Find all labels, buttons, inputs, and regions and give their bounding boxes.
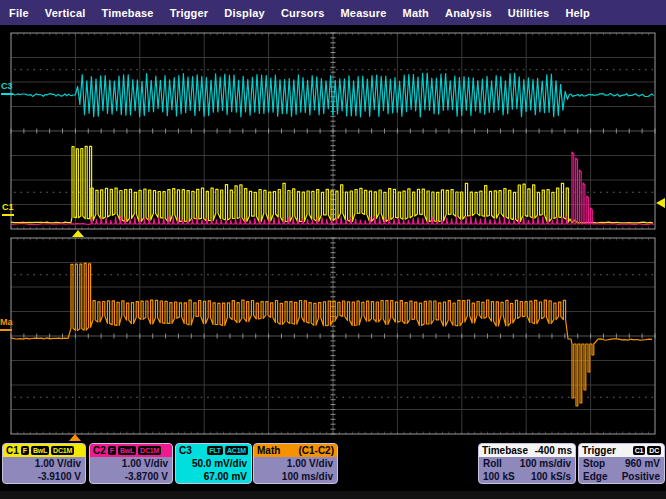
trigger-row-1: Stop 960 mV — [579, 457, 664, 470]
grid-lower — [11, 238, 655, 434]
c1-volts-per-div: 1.00 V/div — [3, 457, 85, 470]
c3-offset: 67.00 mV — [176, 470, 251, 483]
badge-dc1m: DC1M — [51, 446, 74, 455]
math-volts-per-div: 1.00 V/div — [254, 457, 337, 470]
descriptor-math-title: Math — [257, 444, 280, 457]
badge-bwl: BwL — [118, 446, 136, 455]
badge-coupling: F — [21, 446, 29, 455]
timebase-mode: Roll — [483, 457, 502, 470]
descriptor-c2-title: C2 — [93, 444, 106, 457]
descriptor-math-header: Math (C1-C2) — [254, 444, 337, 457]
timebase-row-2: 100 kS 100 kS/s — [479, 470, 575, 483]
menu-file[interactable]: File — [1, 7, 37, 19]
c3-volts-per-div: 50.0 mV/div — [176, 457, 251, 470]
trigger-row-2: Edge Positive — [579, 470, 664, 483]
badge-ac1m: AC1M — [225, 446, 248, 455]
badge-bwl: BwL — [31, 446, 49, 455]
badge-dc1m: DC1M — [138, 446, 161, 455]
menu-analysis[interactable]: Analysis — [437, 7, 500, 19]
menu-utilities[interactable]: Utilities — [500, 7, 558, 19]
timebase-delay: -400 ms — [535, 444, 572, 457]
descriptor-c1-title: C1 — [6, 444, 19, 457]
oscilloscope-screen: File Vertical Timebase Trigger Display C… — [0, 0, 666, 499]
descriptor-c1-header: C1 F BwL DC1M — [3, 444, 85, 457]
trigger-type: Edge — [583, 470, 607, 483]
descriptor-c3-title: C3 — [179, 444, 192, 457]
descriptor-math-function: (C1-C2) — [298, 444, 334, 457]
channel-descriptor-c3[interactable]: C3 FLT AC1M 50.0 mV/div 67.00 mV — [175, 443, 252, 484]
menu-trigger[interactable]: Trigger — [162, 7, 217, 19]
timebase-samples: 100 kS — [483, 470, 515, 483]
trace-label-c3[interactable]: C3 — [1, 82, 13, 95]
badge-trigger-coupling: DC — [647, 446, 661, 455]
badge-trigger-source: C1 — [633, 446, 646, 455]
timebase-title: Timebase — [482, 444, 528, 457]
trace-label-c3-text: C3 — [1, 81, 13, 91]
descriptor-c3-header: C3 FLT AC1M — [176, 444, 251, 457]
menu-measure[interactable]: Measure — [332, 7, 394, 19]
trace-label-math[interactable]: Ma — [0, 318, 13, 331]
waveform-display — [0, 0, 666, 443]
trace-offset-dash-c1 — [2, 214, 14, 216]
descriptor-c2-header: C2 F BwL DC1M — [90, 444, 172, 457]
menu-math[interactable]: Math — [395, 7, 437, 19]
menu-timebase[interactable]: Timebase — [94, 7, 162, 19]
trigger-level-marker — [656, 198, 665, 208]
timebase-sample-rate: 100 kS/s — [531, 470, 571, 483]
trace-offset-dash-math — [0, 329, 12, 331]
trace-label-math-text: Ma — [0, 317, 13, 327]
trigger-time-marker-upper — [72, 230, 84, 237]
trigger-title: Trigger — [582, 444, 616, 457]
menu-vertical[interactable]: Vertical — [37, 7, 94, 19]
trace-label-c1[interactable]: C1 — [2, 203, 14, 216]
c2-offset: -3.8700 V — [90, 470, 172, 483]
bottom-strip — [0, 491, 666, 499]
trigger-time-marker-lower — [69, 434, 81, 441]
trigger-slope: Positive — [622, 470, 660, 483]
menu-cursors[interactable]: Cursors — [273, 7, 333, 19]
c1-offset: -3.9100 V — [3, 470, 85, 483]
menu-display[interactable]: Display — [216, 7, 273, 19]
trace-offset-dash-c3 — [1, 93, 13, 95]
menu-bar: File Vertical Timebase Trigger Display C… — [0, 0, 666, 25]
channel-descriptor-c2[interactable]: C2 F BwL DC1M 1.00 V/div -3.8700 V — [89, 443, 173, 484]
channel-descriptor-c1[interactable]: C1 F BwL DC1M 1.00 V/div -3.9100 V — [2, 443, 86, 484]
math-descriptor[interactable]: Math (C1-C2) 1.00 V/div 100 ms/div — [253, 443, 338, 484]
timebase-time-per-div: 100 ms/div — [520, 457, 571, 470]
timebase-row-1: Roll 100 ms/div — [479, 457, 575, 470]
trigger-header: Trigger C1 DC — [579, 444, 664, 457]
c2-volts-per-div: 1.00 V/div — [90, 457, 172, 470]
timebase-descriptor[interactable]: Timebase -400 ms Roll 100 ms/div 100 kS … — [478, 443, 576, 484]
badge-flt: FLT — [207, 446, 223, 455]
trigger-mode: Stop — [583, 457, 605, 470]
badge-coupling: F — [108, 446, 116, 455]
trigger-level: 960 mV — [625, 457, 660, 470]
trigger-descriptor[interactable]: Trigger C1 DC Stop 960 mV Edge Positive — [578, 443, 665, 484]
trace-label-c1-text: C1 — [2, 202, 14, 212]
menu-help[interactable]: Help — [557, 7, 598, 19]
math-time-per-div: 100 ms/div — [254, 470, 337, 483]
timebase-header: Timebase -400 ms — [479, 444, 575, 457]
trace-c3 — [11, 73, 654, 117]
